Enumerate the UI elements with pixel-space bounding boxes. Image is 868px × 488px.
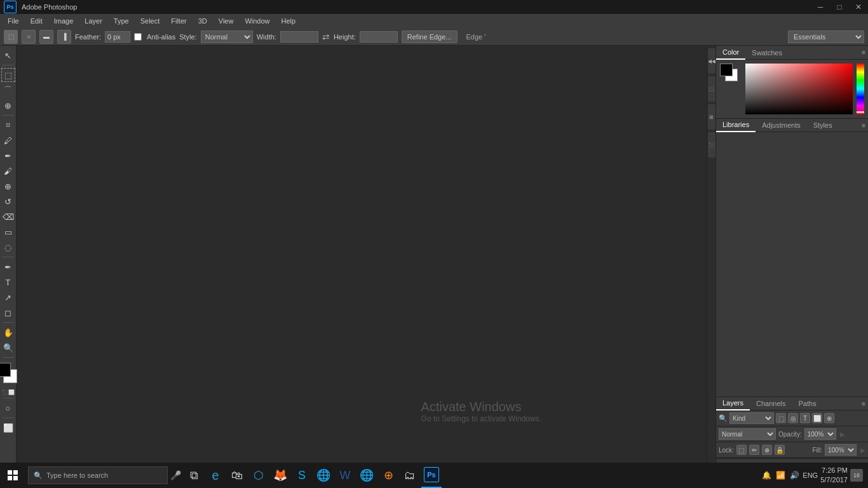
refine-edge-button[interactable]: Refine Edge... <box>402 30 458 43</box>
layers-blend-select[interactable]: Normal Dissolve Multiply Screen <box>719 428 776 440</box>
layers-filter-pixel-icon[interactable]: ⬚ <box>776 413 786 423</box>
microphone-icon[interactable]: 🎤 <box>170 470 181 480</box>
layers-filter-adjust-icon[interactable]: ◎ <box>788 413 798 423</box>
marquee-rect-button[interactable]: ⬚ <box>4 30 18 44</box>
crop-tool[interactable]: ⌗ <box>1 118 15 132</box>
close-button[interactable]: ✕ <box>849 0 868 14</box>
color-hue-bar[interactable] <box>857 64 864 114</box>
menu-file[interactable]: File <box>3 16 24 26</box>
shape-tool[interactable]: ◻ <box>1 306 15 320</box>
task-view-button[interactable]: ⧉ <box>184 463 204 488</box>
lasso-tool[interactable]: ⌒ <box>1 83 15 97</box>
rss-icon[interactable]: ⊕ <box>378 463 398 488</box>
marquee-tool[interactable]: ⬚ <box>1 68 15 82</box>
store-icon[interactable]: 🛍 <box>227 463 247 488</box>
panel-adjust-button2[interactable]: ⊞ <box>708 104 715 130</box>
photoshop-taskbar-icon[interactable]: Ps <box>421 463 442 488</box>
main-area: ↖ ⬚ ⌒ ⊕ ⌗ 🖊 ✒ 🖌 ⊕ ↺ ⌫ ▭ ◌ ✒ T ↗ ◻ ✋ 🔍 ⬛⬜ <box>0 46 868 474</box>
menu-edit[interactable]: Edit <box>25 16 48 26</box>
clone-tool[interactable]: ⊕ <box>1 179 15 193</box>
tab-styles[interactable]: Styles <box>807 118 839 132</box>
quick-select-tool[interactable]: ⊕ <box>1 98 15 112</box>
path-selection-tool[interactable]: ↗ <box>1 290 15 304</box>
tab-color[interactable]: Color <box>716 46 745 60</box>
tab-libraries[interactable]: Libraries <box>716 118 756 132</box>
pen-tool[interactable]: ✒ <box>1 260 15 274</box>
layers-filter-smart-icon[interactable]: ⊕ <box>824 413 834 423</box>
lock-all-icon[interactable]: 🔒 <box>775 445 785 455</box>
lock-paint-icon[interactable]: ✏ <box>749 445 759 455</box>
tab-channels[interactable]: Channels <box>750 396 792 410</box>
gradient-tool[interactable]: ▭ <box>1 225 15 239</box>
word-icon[interactable]: W <box>335 463 355 488</box>
quick-mask-button[interactable]: ○ <box>1 401 15 415</box>
tab-adjustments[interactable]: Adjustments <box>756 118 807 132</box>
chrome2-icon[interactable]: 🌐 <box>356 463 377 488</box>
file-explorer-icon[interactable]: 🗂 <box>400 463 420 488</box>
marquee-single-row-button[interactable]: ▬ <box>39 30 53 44</box>
eyedropper-tool[interactable]: 🖊 <box>1 133 15 147</box>
marquee-ellipse-button[interactable]: ○ <box>22 30 36 44</box>
tab-layers[interactable]: Layers <box>716 396 750 410</box>
edge-icon[interactable]: e <box>205 463 226 488</box>
default-colors-icon[interactable]: ⬛⬜ <box>2 390 15 395</box>
menu-view[interactable]: View <box>214 16 239 26</box>
firefox-icon[interactable]: 🦊 <box>270 463 290 488</box>
height-input[interactable] <box>360 31 398 43</box>
skype-icon[interactable]: S <box>292 463 312 488</box>
fg-color-box[interactable] <box>720 64 733 76</box>
feather-input[interactable] <box>105 31 130 43</box>
notification-icon[interactable]: 🔔 <box>761 470 772 481</box>
antialiased-checkbox[interactable] <box>134 33 142 41</box>
menu-image[interactable]: Image <box>49 16 79 26</box>
chrome-icon[interactable]: 🌐 <box>313 463 334 488</box>
healing-tool[interactable]: ✒ <box>1 149 15 163</box>
lock-position-icon[interactable]: ⊕ <box>762 445 772 455</box>
tab-swatches[interactable]: Swatches <box>745 46 789 60</box>
menu-filter[interactable]: Filter <box>166 16 191 26</box>
layers-filter-type-icon[interactable]: T <box>800 413 810 423</box>
color-panel-menu-icon[interactable]: ≡ <box>862 49 868 56</box>
move-tool[interactable]: ↖ <box>1 48 15 62</box>
blur-tool[interactable]: ◌ <box>1 240 15 254</box>
notifications-badge[interactable]: 16 <box>850 469 863 482</box>
marquee-single-col-button[interactable]: ▐ <box>57 30 71 44</box>
search-bar[interactable]: 🔍 Type here to search <box>28 466 168 484</box>
layers-panel-menu-icon[interactable]: ≡ <box>862 400 868 407</box>
start-button[interactable] <box>0 463 25 488</box>
libraries-panel-menu-icon[interactable]: ≡ <box>862 122 868 129</box>
menu-help[interactable]: Help <box>276 16 301 26</box>
collapse-right-panel-button[interactable]: ◀◀ <box>708 48 715 74</box>
brush-tool[interactable]: 🖌 <box>1 164 15 178</box>
width-input[interactable] <box>280 31 318 43</box>
edge-app-icon[interactable]: ⬡ <box>248 463 269 488</box>
maximize-button[interactable]: □ <box>830 0 849 14</box>
history-brush-tool[interactable]: ↺ <box>1 194 15 208</box>
essentials-select[interactable]: Essentials 3D Painting Photography <box>788 30 864 43</box>
panel-adjust-button3[interactable]: ⬛ <box>708 132 715 158</box>
menu-select[interactable]: Select <box>135 16 165 26</box>
opacity-select[interactable]: 100% <box>804 428 836 440</box>
minimize-button[interactable]: ─ <box>811 0 830 14</box>
foreground-color-swatch[interactable] <box>0 363 11 377</box>
style-select[interactable]: Normal Fixed Ratio Fixed Size <box>201 30 253 43</box>
panel-adjust-button1[interactable]: ⬚ <box>708 76 715 102</box>
menu-layer[interactable]: Layer <box>79 16 107 26</box>
hand-tool[interactable]: ✋ <box>1 325 15 339</box>
lock-transparent-icon[interactable]: ⬚ <box>736 445 747 455</box>
menu-type[interactable]: Type <box>109 16 134 26</box>
swap-dimensions-button[interactable]: ⇄ <box>322 32 330 42</box>
network-icon[interactable]: 📶 <box>775 470 786 481</box>
screen-mode-button[interactable]: ⬜ <box>1 421 15 435</box>
fill-select[interactable]: 100% <box>825 444 857 456</box>
tab-paths[interactable]: Paths <box>792 396 823 410</box>
layers-filter-shape-icon[interactable]: ⬜ <box>812 413 822 423</box>
type-tool[interactable]: T <box>1 275 15 289</box>
zoom-tool[interactable]: 🔍 <box>1 341 15 355</box>
color-gradient-picker[interactable] <box>745 64 853 114</box>
layers-kind-select[interactable]: Kind Name Effect Mode Attribute <box>729 412 774 424</box>
volume-icon[interactable]: 🔊 <box>789 470 800 481</box>
menu-window[interactable]: Window <box>240 16 275 26</box>
menu-3d[interactable]: 3D <box>193 16 212 26</box>
eraser-tool[interactable]: ⌫ <box>1 210 15 224</box>
